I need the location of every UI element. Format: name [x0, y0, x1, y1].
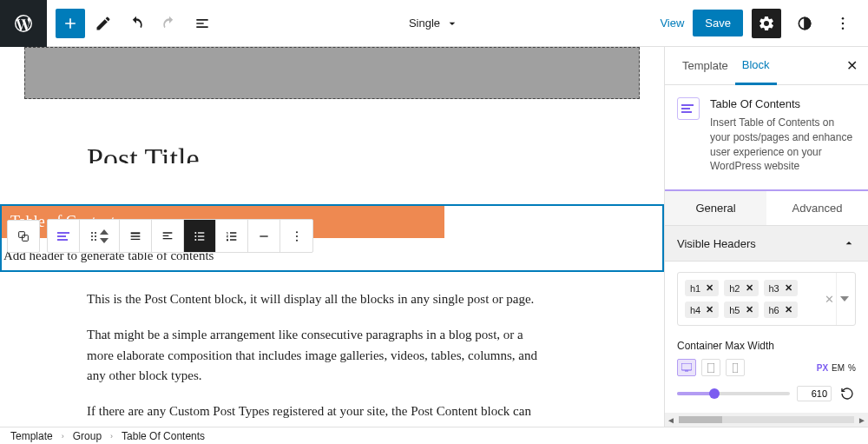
- settings-button[interactable]: [752, 9, 781, 38]
- max-width-input[interactable]: [797, 386, 832, 401]
- list-number-button[interactable]: [216, 220, 248, 252]
- panel-visible-headers-toggle[interactable]: Visible Headers: [665, 226, 868, 262]
- reset-button[interactable]: [838, 385, 856, 402]
- minus-icon: [257, 229, 271, 243]
- block-type-button[interactable]: [48, 220, 80, 252]
- toc-block-icon: [677, 97, 700, 120]
- edit-mode-button[interactable]: [89, 9, 118, 38]
- reset-icon: [840, 387, 854, 401]
- svg-rect-14: [707, 363, 714, 373]
- paragraph[interactable]: If there are any Custom Post Types regis…: [87, 401, 544, 421]
- sidebar-h-scrollbar[interactable]: ◄ ►: [665, 413, 868, 427]
- header-chip-h4[interactable]: h4✕: [685, 302, 719, 318]
- unit-px[interactable]: PX: [817, 363, 828, 373]
- contrast-icon: [796, 15, 813, 32]
- block-name: Table Of Contents: [710, 97, 856, 110]
- unit-pct[interactable]: %: [848, 363, 856, 373]
- breadcrumb-item[interactable]: Template: [10, 430, 53, 442]
- add-block-button[interactable]: [56, 9, 85, 38]
- unit-em[interactable]: EM: [832, 363, 845, 373]
- parent-select-icon: [16, 229, 30, 243]
- desktop-icon: [681, 363, 692, 372]
- header-chip-h2[interactable]: h2✕: [724, 280, 758, 296]
- list-none-button[interactable]: [248, 220, 280, 252]
- numbered-list-icon: [225, 229, 239, 243]
- list-view-icon: [194, 15, 211, 32]
- redo-button[interactable]: [155, 9, 184, 38]
- featured-image-placeholder[interactable]: [24, 47, 640, 99]
- wp-logo[interactable]: [0, 0, 47, 47]
- gear-icon: [758, 15, 775, 32]
- device-tablet-button[interactable]: [701, 359, 720, 376]
- svg-rect-6: [131, 232, 141, 234]
- remove-chip-icon[interactable]: ✕: [706, 282, 713, 294]
- more-options-button[interactable]: [828, 9, 858, 38]
- undo-button[interactable]: [122, 9, 151, 38]
- tab-block[interactable]: Block: [735, 47, 777, 85]
- template-mode-label: Single: [409, 17, 440, 30]
- breadcrumb-item[interactable]: Table Of Contents: [122, 430, 205, 442]
- block-more-button[interactable]: [280, 220, 312, 252]
- remove-chip-icon[interactable]: ✕: [785, 282, 792, 294]
- paragraph[interactable]: That might be a simple arrangement like …: [87, 325, 544, 386]
- chevron-down-icon[interactable]: [100, 238, 108, 243]
- editor-canvas[interactable]: Post Title: [0, 47, 664, 427]
- tab-template[interactable]: Template: [675, 47, 735, 85]
- svg-rect-5: [23, 235, 29, 241]
- remove-chip-icon[interactable]: ✕: [785, 304, 792, 315]
- scroll-right-icon[interactable]: ►: [858, 415, 866, 425]
- view-button[interactable]: View: [660, 17, 684, 30]
- breadcrumb-separator-icon: ›: [110, 432, 113, 441]
- align-left-icon: [161, 229, 174, 243]
- remove-chip-icon[interactable]: ✕: [746, 282, 753, 294]
- chip-dropdown-icon[interactable]: [836, 273, 852, 325]
- chevron-down-icon: [445, 17, 459, 30]
- block-drag-handle[interactable]: [7, 220, 40, 253]
- svg-point-8: [194, 235, 196, 237]
- document-outline-button[interactable]: [187, 9, 217, 38]
- template-mode-dropdown[interactable]: Single: [409, 17, 459, 30]
- header-chip-h3[interactable]: h3✕: [764, 280, 798, 296]
- kebab-icon: [834, 15, 852, 32]
- list-bullet-button[interactable]: [184, 220, 216, 252]
- svg-point-7: [194, 232, 196, 234]
- remove-chip-icon[interactable]: ✕: [706, 304, 713, 315]
- align-button[interactable]: [120, 220, 152, 252]
- remove-chip-icon[interactable]: ✕: [746, 304, 753, 315]
- max-width-slider[interactable]: [677, 392, 790, 395]
- subtab-general[interactable]: General: [665, 191, 766, 225]
- bullet-list-icon: [193, 229, 207, 243]
- header-chip-h6[interactable]: h6✕: [764, 302, 798, 318]
- visible-headers-multiselect[interactable]: h1✕ h2✕ h3✕ h4✕ h5✕ h6✕ ✕: [677, 272, 856, 326]
- svg-point-11: [296, 235, 298, 237]
- slider-thumb[interactable]: [709, 388, 720, 399]
- svg-rect-15: [733, 363, 738, 373]
- svg-point-1: [842, 17, 845, 19]
- device-mobile-button[interactable]: [726, 359, 745, 376]
- scroll-left-icon[interactable]: ◄: [667, 415, 675, 425]
- drag-dots-icon: [91, 232, 96, 241]
- svg-point-9: [194, 239, 196, 241]
- chevron-up-icon: [842, 236, 856, 250]
- save-button[interactable]: Save: [693, 10, 743, 36]
- pencil-icon: [95, 15, 112, 32]
- clear-chips-icon[interactable]: ✕: [825, 293, 834, 306]
- svg-point-2: [842, 22, 845, 24]
- device-desktop-button[interactable]: [677, 359, 696, 376]
- post-title[interactable]: Post Title: [87, 142, 664, 163]
- header-chip-h5[interactable]: h5✕: [724, 302, 758, 318]
- text-align-button[interactable]: [152, 220, 184, 252]
- chevron-up-icon[interactable]: [100, 229, 108, 235]
- subtab-advanced[interactable]: Advanced: [766, 191, 868, 225]
- close-sidebar-button[interactable]: ✕: [846, 57, 858, 74]
- paragraph[interactable]: This is the Post Content block, it will …: [87, 289, 544, 309]
- post-content-block[interactable]: This is the Post Content block, it will …: [0, 272, 664, 421]
- container-max-width-label: Container Max Width: [677, 340, 856, 352]
- svg-rect-4: [19, 231, 25, 237]
- top-toolbar: Single View Save: [0, 0, 868, 47]
- header-chip-h1[interactable]: h1✕: [685, 280, 719, 296]
- block-mover[interactable]: [80, 220, 120, 252]
- styles-button[interactable]: [790, 9, 819, 38]
- breadcrumb-item[interactable]: Group: [73, 430, 102, 442]
- mobile-icon: [733, 363, 738, 373]
